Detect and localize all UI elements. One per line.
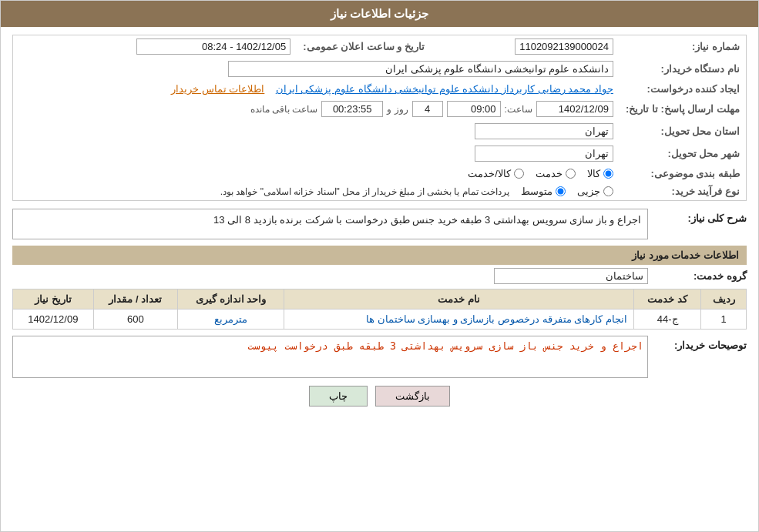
col-kod: کد خدمت	[633, 289, 700, 309]
page-title: جزئیات اطلاعات نیاز	[1, 1, 758, 27]
rooz-field: 4	[412, 101, 443, 117]
radio-jozei[interactable]: جزیی	[577, 186, 613, 197]
radio-kala-khedmat[interactable]: کالا/خدمت	[468, 168, 524, 179]
geroh-label: گروه خدمت:	[654, 270, 747, 282]
radio-motavaset[interactable]: متوسط	[521, 186, 566, 197]
geroh-value: ساختمان	[494, 268, 648, 284]
col-tedad: تعداد / مقدار	[93, 289, 177, 309]
table-cell: مترمربع	[178, 309, 284, 330]
noe-farayand-text: پرداخت تمام یا بخشی از مبلغ خریدار از مح…	[220, 186, 509, 197]
tarikh-field: 1402/12/09	[536, 101, 613, 117]
radio-khedmat[interactable]: خدمت	[536, 168, 576, 179]
shomare-niaz-label: شماره نیاز:	[620, 35, 746, 58]
saat-baqi-label: ساعت باقی مانده	[250, 104, 318, 115]
toseef-label: توصیحات خریدار:	[654, 336, 747, 351]
toseef-textarea[interactable]	[12, 336, 648, 378]
saat-label: ساعت:	[505, 104, 532, 115]
shahr-label: شهر محل تحویل:	[620, 142, 746, 165]
ettelaat-tamas-link[interactable]: اطلاعات تماس خریدار	[171, 83, 264, 95]
print-button[interactable]: چاپ	[309, 386, 368, 407]
nam-dastgah-box: دانشکده علوم توانبخشی دانشگاه علوم پزشکی…	[228, 61, 613, 77]
sharh-value: اجراع و باز سازی سرویس بهداشتی 3 طبقه خر…	[12, 209, 648, 239]
ostan-label: استان محل تحویل:	[620, 120, 746, 142]
shahr-field: تهران	[475, 146, 613, 162]
rooz-label: روز و	[387, 104, 408, 115]
shomare-niaz-box: 1102092139000024	[515, 38, 613, 55]
table-cell: 600	[93, 309, 177, 330]
back-button[interactable]: بازگشت	[375, 386, 450, 407]
ijad-konande-text: جواد محمد رضایی کاربرداز دانشکده علوم تو…	[276, 83, 613, 95]
sharh-label: شرح کلی نیاز:	[654, 209, 747, 224]
khadamat-section-title: اطلاعات خدمات مورد نیاز	[12, 246, 747, 265]
tabaqe-label: طبقه بندی موضوعی:	[620, 165, 746, 182]
button-bar: بازگشت چاپ	[12, 378, 747, 418]
table-cell: 1402/12/09	[13, 309, 94, 330]
nam-dastgah-label: نام دستگاه خریدار:	[620, 58, 746, 80]
shomare-niaz-value: 1102092139000024	[431, 35, 620, 58]
col-radif: ردیف	[701, 289, 747, 309]
table-cell: انجام کارهای متفرقه درخصوص بازسازی و بهس…	[284, 309, 634, 330]
table-cell: ج-44	[633, 309, 700, 330]
noe-farayand-label: نوع فرآیند خرید:	[620, 182, 746, 200]
countdown-field: 00:23:55	[321, 101, 383, 117]
mohlat-label: مهلت ارسال پاسخ: تا تاریخ:	[620, 98, 746, 120]
col-tarikh: تاریخ نیاز	[13, 289, 94, 309]
services-table: ردیف کد خدمت نام خدمت واحد اندازه گیری ت…	[12, 289, 747, 330]
col-vahed: واحد اندازه گیری	[178, 289, 284, 309]
table-row: 1ج-44انجام کارهای متفرقه درخصوص بازسازی …	[13, 309, 747, 330]
radio-kala[interactable]: کالا	[587, 168, 613, 179]
ostan-field: تهران	[475, 123, 613, 139]
tarikh-elan-label: تاریخ و ساعت اعلان عمومی:	[297, 35, 431, 58]
table-cell: 1	[701, 309, 747, 330]
tarikh-elan-value: 1402/12/05 - 08:24	[13, 35, 297, 58]
col-nam: نام خدمت	[284, 289, 634, 309]
tarikh-elan-box: 1402/12/05 - 08:24	[136, 38, 291, 55]
ijad-konande-value: جواد محمد رضایی کاربرداز دانشکده علوم تو…	[13, 80, 620, 98]
saat-field: 09:00	[447, 101, 501, 117]
ijad-konande-label: ایجاد کننده درخواست:	[620, 80, 746, 98]
nam-dastgah-value: دانشکده علوم توانبخشی دانشگاه علوم پزشکی…	[13, 58, 620, 80]
